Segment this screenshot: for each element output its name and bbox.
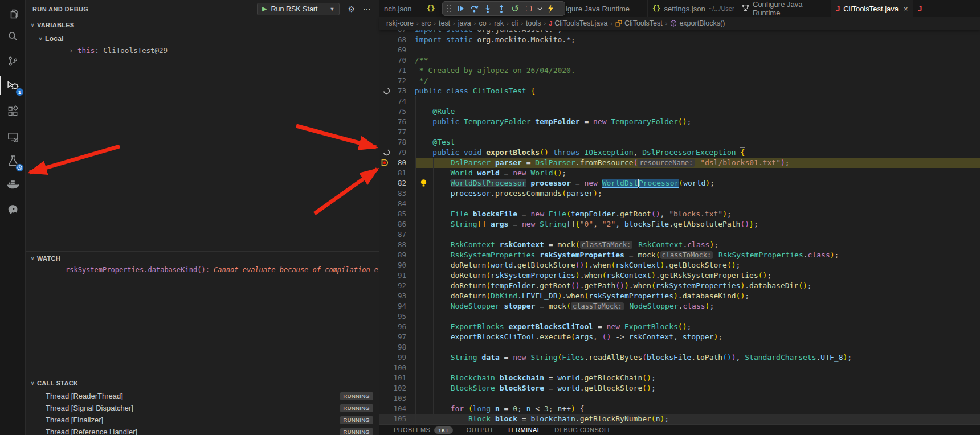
code-line-101[interactable]: 101 Blockchain blockchain = world.getBlo… (379, 373, 980, 383)
line-number[interactable]: 74 (387, 96, 406, 106)
code-line-80[interactable]: 80 DslParser parser = DslParser.fromReso… (379, 158, 980, 168)
line-number[interactable]: 71 (387, 65, 406, 76)
line-number[interactable]: 79 (387, 147, 406, 158)
code-line-100[interactable]: 100 (379, 363, 980, 373)
code-line-82[interactable]: 82 WorldDslProcessor processor = new Wor… (379, 178, 980, 188)
code-line-98[interactable]: 98 (379, 342, 980, 352)
line-number[interactable]: 91 (387, 270, 406, 281)
code-line-94[interactable]: 94 NodeStopper stopper = mock(classToMoc… (379, 301, 980, 311)
call-stack-thread-row[interactable]: Thread [Reference Handler]RUNNING (26, 426, 379, 435)
line-number[interactable]: 100 (387, 363, 406, 373)
panel-tab-problems[interactable]: PROBLEMS 1K+ (394, 426, 453, 434)
breadcrumb-item-rsk[interactable]: rsk (494, 19, 504, 27)
call-stack-thread-row[interactable]: Thread [Signal Dispatcher]RUNNING (26, 402, 379, 414)
line-number[interactable]: 72 (387, 76, 406, 86)
code-line-96[interactable]: 96 ExportBlocks exportBlocksCliTool = ne… (379, 322, 980, 332)
code-line-83[interactable]: 83 processor.processCommands(parser); (379, 188, 980, 199)
line-number[interactable]: 87 (387, 229, 406, 240)
line-number[interactable]: 69 (387, 45, 406, 55)
line-number[interactable]: 85 (387, 209, 406, 219)
breadcrumb-item-clitoolstest-java[interactable]: JCliToolsTest.java (549, 19, 607, 27)
variables-scope-local[interactable]: ∨ Local (26, 32, 379, 45)
code-line-85[interactable]: 85 File blocksFile = new File(tempFolder… (379, 209, 980, 219)
panel-tab-output[interactable]: OUTPUT (467, 426, 494, 433)
code-line-70[interactable]: 70/** (379, 55, 980, 65)
code-line-103[interactable]: 103 (379, 393, 980, 404)
code-line-76[interactable]: 76 public TemporaryFolder tempFolder = n… (379, 117, 980, 127)
line-number[interactable]: 93 (387, 291, 406, 301)
line-number[interactable]: 78 (387, 137, 406, 147)
call-stack-thread-row[interactable]: Thread [ReaderThread]RUNNING (26, 390, 379, 402)
line-number[interactable]: 95 (387, 311, 406, 322)
activity-bar-item-gradle[interactable] (0, 198, 26, 221)
line-number[interactable]: 104 (387, 404, 406, 414)
line-number[interactable]: 99 (387, 352, 406, 363)
code-line-90[interactable]: 90 doReturn(world.getBlockStore()).when(… (379, 260, 980, 270)
code-line-91[interactable]: 91 doReturn(rskSystemProperties).when(rs… (379, 270, 980, 281)
hot-code-replace-button[interactable] (544, 2, 557, 15)
line-number[interactable]: 80 (387, 158, 406, 168)
line-number[interactable]: 102 (387, 383, 406, 393)
code-line-86[interactable]: 86 String[] args = new String[]{"0", "2"… (379, 219, 980, 229)
start-debug-icon[interactable]: ▶ (262, 5, 267, 13)
breadcrumb-item-test[interactable]: test (439, 19, 450, 27)
code-line-88[interactable]: 88 RskContext rskContext = mock(classToM… (379, 240, 980, 250)
line-number[interactable]: 83 (387, 188, 406, 199)
code-line-68[interactable]: 68import static org.mockito.Mockito.*; (379, 35, 980, 45)
more-actions-icon[interactable]: ⋯ (363, 5, 371, 14)
close-icon[interactable]: × (904, 5, 908, 13)
variables-section-header[interactable]: ∨ VARIABLES (26, 19, 379, 31)
line-number[interactable]: 105 (387, 414, 406, 424)
line-number[interactable]: 89 (387, 250, 406, 260)
line-number[interactable]: 76 (387, 117, 406, 127)
panel-tab-terminal[interactable]: TERMINAL (507, 426, 541, 433)
activity-bar-item-extensions[interactable] (0, 99, 26, 123)
code-line-72[interactable]: 72 */ (379, 76, 980, 86)
line-number[interactable]: 68 (387, 35, 406, 45)
code-line-95[interactable]: 95 (379, 311, 980, 322)
breadcrumb-item-tools[interactable]: tools (526, 19, 541, 27)
line-number[interactable]: 92 (387, 281, 406, 291)
call-stack-thread-row[interactable]: Thread [Finalizer]RUNNING (26, 414, 379, 426)
code-line-69[interactable]: 69 (379, 45, 980, 55)
code-line-97[interactable]: 97 exportBlocksCliTool.execute(args, () … (379, 332, 980, 342)
expand-icon[interactable]: › (69, 46, 74, 55)
call-stack-section-header[interactable]: ∨ CALL STACK (26, 377, 379, 389)
activity-bar-item-remote-explorer[interactable] (0, 125, 26, 149)
code-line-102[interactable]: 102 BlockStore blockStore = world.getBlo… (379, 383, 980, 393)
breadcrumb-item-rskj-core[interactable]: rskj-core (386, 19, 414, 27)
step-into-button[interactable] (481, 2, 494, 15)
breadcrumb-item-src[interactable]: src (422, 19, 431, 27)
line-number[interactable]: 94 (387, 301, 406, 311)
line-number[interactable]: 96 (387, 322, 406, 332)
activity-bar-item-source-control[interactable] (0, 49, 26, 73)
code-line-71[interactable]: 71 * Created by ajlopez on 26/04/2020. (379, 65, 980, 76)
line-number[interactable]: 90 (387, 260, 406, 270)
variable-this-row[interactable]: › this: CliToolsTest@29 (69, 46, 168, 55)
stop-dropdown-button[interactable] (536, 2, 543, 15)
panel-tab-debug-console[interactable]: DEBUG CONSOLE (554, 426, 612, 433)
line-number[interactable]: 103 (387, 393, 406, 404)
breadcrumb-item-clitoolstest[interactable]: CliToolsTest (615, 19, 663, 27)
code-line-92[interactable]: 92 doReturn(tempFolder.getRoot().getPath… (379, 281, 980, 291)
breadcrumb-item-cli[interactable]: cli (512, 19, 518, 27)
line-number[interactable]: 84 (387, 199, 406, 209)
line-number[interactable]: 81 (387, 168, 406, 178)
tab-partial-java[interactable]: J (913, 0, 980, 17)
tab-settings-json[interactable]: {} settings.json ~/.../User (648, 0, 737, 17)
line-number[interactable]: 97 (387, 332, 406, 342)
line-number[interactable]: 73 (387, 86, 406, 96)
line-number[interactable]: 88 (387, 240, 406, 250)
line-number[interactable]: 77 (387, 127, 406, 137)
code-editor[interactable]: 67import static org.junit.Assert.*;68imp… (379, 0, 980, 424)
code-line-74[interactable]: 74 (379, 96, 980, 106)
watch-section-header[interactable]: ∨ WATCH (26, 252, 379, 265)
activity-bar-item-docker[interactable] (0, 172, 26, 196)
continue-button[interactable] (454, 2, 467, 15)
code-line-99[interactable]: 99 String data = new String(Files.readAl… (379, 352, 980, 363)
step-out-button[interactable] (495, 2, 508, 15)
code-line-84[interactable]: 84 (379, 199, 980, 209)
line-number[interactable]: 70 (387, 55, 406, 65)
line-number[interactable]: 98 (387, 342, 406, 352)
watch-expression-row[interactable]: rskSystemProperties.databaseKind(): Cann… (66, 266, 378, 274)
